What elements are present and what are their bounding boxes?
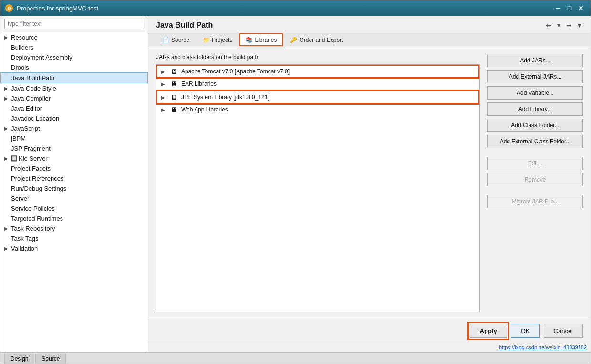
add-library-button[interactable]: Add Library... (487, 102, 583, 116)
sidebar: ▶ Resource Builders Deployment Assembly … (0, 16, 148, 352)
tab-libraries[interactable]: 📚 Libraries (239, 33, 283, 46)
lib-server-icon: 🖥 (170, 68, 178, 75)
filter-wrapper (0, 16, 148, 32)
window-icon: ⚙ (5, 4, 13, 12)
lib-item-label: Web App Libraries (181, 106, 228, 113)
sidebar-item-label: Project References (11, 175, 144, 182)
sidebar-item-label: Validation (11, 245, 144, 252)
add-external-jars-button[interactable]: Add External JARs... (487, 70, 583, 83)
nav-dropdown-button[interactable]: ▾ (555, 20, 562, 30)
sidebar-item-label: Run/Debug Settings (11, 185, 144, 192)
sidebar-item-java-build-path[interactable]: Java Build Path (0, 72, 148, 83)
minimize-button[interactable]: ─ (553, 3, 563, 13)
sidebar-item-java-editor[interactable]: Java Editor (0, 103, 148, 113)
lib-item-label: EAR Libraries (181, 81, 217, 87)
sidebar-item-label: JavaScript (11, 125, 144, 132)
edit-button[interactable]: Edit... (487, 157, 583, 170)
sidebar-item-validation[interactable]: ▶ Validation (0, 243, 148, 253)
sidebar-item-jsp-fragment[interactable]: JSP Fragment (0, 143, 148, 153)
sidebar-item-run-debug[interactable]: Run/Debug Settings (0, 183, 148, 193)
sidebar-tree: ▶ Resource Builders Deployment Assembly … (0, 32, 148, 352)
sidebar-item-javascript[interactable]: ▶ JavaScript (0, 123, 148, 133)
buttons-panel: Add JARs... Add External JARs... Add Var… (487, 54, 583, 312)
right-panel: Java Build Path ⬅ ▾ ➡ ▾ 📄 Source 📁 Proje… (148, 16, 591, 352)
title-bar-left: ⚙ Properties for springMVC-test (5, 4, 98, 12)
sidebar-item-label: Java Compiler (11, 95, 144, 102)
migrate-jar-button[interactable]: Migrate JAR File... (487, 195, 583, 208)
tab-order-export-label: Order and Export (299, 37, 343, 43)
expand-arrow: ▶ (4, 86, 11, 91)
bottom-tab-source[interactable]: Source (35, 354, 66, 364)
footer-buttons: Apply OK Cancel (148, 320, 591, 342)
expand-arrow: ▶ (4, 156, 11, 161)
sidebar-item-jbpm[interactable]: jBPM (0, 133, 148, 143)
sidebar-item-java-code-style[interactable]: ▶ Java Code Style (0, 83, 148, 93)
sidebar-item-kie-server[interactable]: ▶ 🔲 Kie Server (0, 153, 148, 163)
maximize-button[interactable]: □ (565, 3, 574, 13)
bottom-tab-source-label: Source (41, 355, 60, 362)
sidebar-item-project-references[interactable]: Project References (0, 173, 148, 183)
nav-forward-button[interactable]: ➡ (564, 20, 574, 30)
status-link: https://blog.csdn.ne/weixin_43839182 (499, 344, 587, 350)
remove-button[interactable]: Remove (487, 173, 583, 186)
main-content: ▶ Resource Builders Deployment Assembly … (0, 16, 591, 352)
sidebar-item-resource[interactable]: ▶ Resource (0, 32, 148, 42)
filter-input[interactable] (4, 19, 144, 29)
sidebar-item-task-tags[interactable]: Task Tags (0, 233, 148, 243)
apply-button[interactable]: Apply (470, 324, 507, 338)
add-variable-button[interactable]: Add Variable... (487, 86, 583, 100)
lib-expand-arrow: ▶ (161, 69, 167, 74)
window-title: Properties for springMVC-test (17, 5, 98, 12)
libraries-panel: JARs and class folders on the build path… (156, 54, 480, 312)
tab-source[interactable]: 📄 Source (156, 33, 196, 46)
nav-forward-dropdown-button[interactable]: ▾ (576, 20, 583, 30)
tab-projects[interactable]: 📁 Projects (197, 33, 238, 46)
sidebar-item-label: Java Build Path (11, 74, 144, 81)
nav-back-button[interactable]: ⬅ (544, 20, 553, 30)
bottom-tab-design[interactable]: Design (4, 354, 34, 364)
sidebar-item-label: Javadoc Location (11, 115, 144, 122)
footer: Apply OK Cancel https://blog.csdn.ne/wei… (148, 320, 591, 352)
sidebar-item-deployment-assembly[interactable]: Deployment Assembly (0, 52, 148, 62)
panel-title: Java Build Path (156, 21, 213, 30)
sidebar-item-drools[interactable]: Drools (0, 62, 148, 72)
sidebar-item-service-policies[interactable]: Service Policies (0, 203, 148, 213)
sidebar-item-label: Project Facets (11, 165, 144, 172)
panel-nav-icons: ⬅ ▾ ➡ ▾ (544, 20, 583, 30)
libraries-list: ▶ 🖥 Apache Tomcat v7.0 [Apache Tomcat v7… (156, 64, 480, 312)
sidebar-item-targeted-runtimes[interactable]: Targeted Runtimes (0, 213, 148, 223)
sidebar-item-javadoc-location[interactable]: Javadoc Location (0, 113, 148, 123)
add-class-folder-button[interactable]: Add Class Folder... (487, 119, 583, 132)
ok-button[interactable]: OK (511, 324, 540, 338)
close-button[interactable]: ✕ (576, 3, 586, 13)
status-bar: https://blog.csdn.ne/weixin_43839182 (148, 342, 591, 352)
sidebar-item-label: Java Code Style (11, 85, 144, 92)
add-external-class-folder-button[interactable]: Add External Class Folder... (487, 135, 583, 148)
libraries-tab-icon: 📚 (246, 37, 253, 43)
sidebar-item-project-facets[interactable]: Project Facets (0, 163, 148, 173)
sidebar-item-java-compiler[interactable]: ▶ Java Compiler (0, 93, 148, 103)
lib-item-jre-system[interactable]: ▶ 🖥 JRE System Library [jdk1.8.0_121] (156, 91, 479, 104)
lib-item-web-app-libraries[interactable]: ▶ 🖥 Web App Libraries (156, 104, 479, 115)
main-window: ⚙ Properties for springMVC-test ─ □ ✕ ▶ … (0, 0, 591, 364)
lib-item-apache-tomcat[interactable]: ▶ 🖥 Apache Tomcat v7.0 [Apache Tomcat v7… (156, 65, 479, 78)
sidebar-item-server[interactable]: Server (0, 193, 148, 203)
content-area: JARs and class folders on the build path… (148, 46, 591, 320)
lib-item-ear-libraries[interactable]: ▶ 🖥 EAR Libraries (156, 78, 479, 90)
add-jars-button[interactable]: Add JARs... (487, 54, 583, 67)
lib-item-label: Apache Tomcat v7.0 [Apache Tomcat v7.0] (181, 68, 290, 75)
sidebar-item-label: Task Tags (11, 235, 144, 242)
sidebar-item-task-repository[interactable]: ▶ Task Repository (0, 223, 148, 233)
expand-arrow: ▶ (4, 226, 11, 231)
btn-separator (487, 151, 583, 154)
lib-expand-arrow: ▶ (161, 81, 167, 87)
btn-separator-2 (487, 189, 583, 192)
expand-arrow: ▶ (4, 96, 11, 101)
sidebar-item-label: Drools (11, 64, 144, 71)
sidebar-item-builders[interactable]: Builders (0, 42, 148, 52)
cancel-button[interactable]: Cancel (544, 324, 583, 338)
order-export-tab-icon: 🔑 (290, 37, 297, 43)
lib-expand-arrow: ▶ (161, 107, 167, 112)
tab-order-export[interactable]: 🔑 Order and Export (284, 33, 349, 46)
lib-expand-arrow: ▶ (161, 95, 167, 100)
